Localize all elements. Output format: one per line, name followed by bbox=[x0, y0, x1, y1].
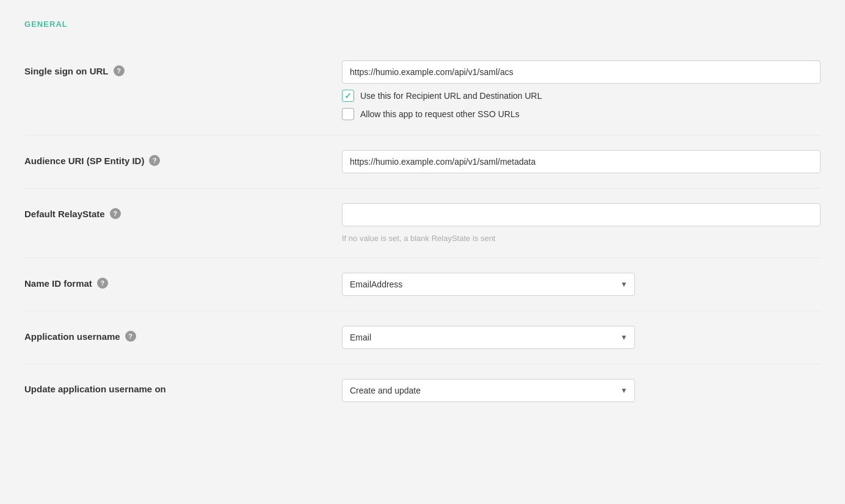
single-sign-on-url-controls: ✓ Use this for Recipient URL and Destina… bbox=[342, 60, 821, 120]
update-application-username-select[interactable]: Create and update Create only bbox=[342, 379, 635, 402]
application-username-help-icon[interactable]: ? bbox=[125, 331, 136, 342]
allow-sso-urls-checkbox-wrapper[interactable] bbox=[342, 108, 354, 120]
default-relay-state-help-icon[interactable]: ? bbox=[110, 208, 121, 219]
audience-uri-help-icon[interactable]: ? bbox=[149, 155, 160, 166]
section-title: GENERAL bbox=[24, 20, 821, 29]
recipient-url-checkbox-wrapper[interactable]: ✓ bbox=[342, 90, 354, 102]
form-section: Single sign on URL ? ✓ Use this for Reci… bbox=[24, 46, 821, 417]
default-relay-state-label-col: Default RelayState ? bbox=[24, 203, 342, 219]
application-username-label: Application username bbox=[24, 331, 120, 342]
name-id-format-controls: Unspecified EmailAddress X509SubjectName… bbox=[342, 273, 821, 296]
allow-sso-urls-checkbox-label[interactable]: Allow this app to request other SSO URLs bbox=[360, 109, 520, 119]
name-id-format-row: Name ID format ? Unspecified EmailAddres… bbox=[24, 258, 821, 311]
default-relay-state-row: Default RelayState ? If no value is set,… bbox=[24, 189, 821, 258]
recipient-url-checkbox-row: ✓ Use this for Recipient URL and Destina… bbox=[342, 90, 821, 102]
single-sign-on-url-input[interactable] bbox=[342, 60, 821, 84]
default-relay-state-hint: If no value is set, a blank RelayState i… bbox=[342, 234, 821, 243]
default-relay-state-controls: If no value is set, a blank RelayState i… bbox=[342, 203, 821, 243]
audience-uri-label: Audience URI (SP Entity ID) bbox=[24, 156, 144, 166]
allow-sso-urls-checkbox-row: Allow this app to request other SSO URLs bbox=[342, 108, 821, 120]
update-application-username-label: Update application username on bbox=[24, 384, 166, 394]
application-username-row: Application username ? Okta username Ema… bbox=[24, 311, 821, 364]
default-relay-state-input[interactable] bbox=[342, 203, 821, 226]
audience-uri-row: Audience URI (SP Entity ID) ? bbox=[24, 135, 821, 189]
single-sign-on-url-label-col: Single sign on URL ? bbox=[24, 60, 342, 76]
default-relay-state-label: Default RelayState bbox=[24, 209, 105, 219]
application-username-select-wrapper: Okta username Email Okta username prefix… bbox=[342, 326, 635, 349]
audience-uri-controls bbox=[342, 150, 821, 173]
update-application-username-select-wrapper: Create and update Create only ▼ bbox=[342, 379, 635, 402]
name-id-format-select-wrapper: Unspecified EmailAddress X509SubjectName… bbox=[342, 273, 635, 296]
name-id-format-label: Name ID format bbox=[24, 278, 92, 289]
single-sign-on-url-row: Single sign on URL ? ✓ Use this for Reci… bbox=[24, 46, 821, 135]
update-application-username-label-col: Update application username on bbox=[24, 379, 342, 394]
audience-uri-label-col: Audience URI (SP Entity ID) ? bbox=[24, 150, 342, 166]
page-container: GENERAL Single sign on URL ? ✓ Use this … bbox=[0, 0, 845, 436]
application-username-controls: Okta username Email Okta username prefix… bbox=[342, 326, 821, 349]
single-sign-on-url-label: Single sign on URL bbox=[24, 66, 109, 76]
recipient-url-checkbox-label[interactable]: Use this for Recipient URL and Destinati… bbox=[360, 91, 542, 101]
application-username-select[interactable]: Okta username Email Okta username prefix… bbox=[342, 326, 635, 349]
single-sign-on-url-help-icon[interactable]: ? bbox=[114, 65, 125, 76]
update-application-username-controls: Create and update Create only ▼ bbox=[342, 379, 821, 402]
update-application-username-row: Update application username on Create an… bbox=[24, 364, 821, 417]
name-id-format-label-col: Name ID format ? bbox=[24, 273, 342, 289]
name-id-format-select[interactable]: Unspecified EmailAddress X509SubjectName… bbox=[342, 273, 635, 296]
application-username-label-col: Application username ? bbox=[24, 326, 342, 342]
audience-uri-input[interactable] bbox=[342, 150, 821, 173]
name-id-format-help-icon[interactable]: ? bbox=[97, 278, 108, 289]
